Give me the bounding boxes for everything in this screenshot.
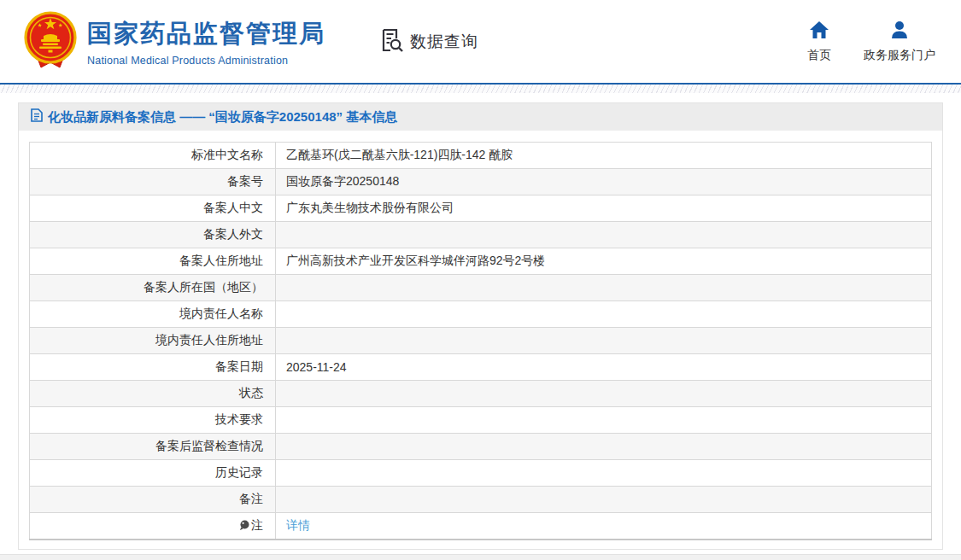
nav-portal-label: 政务服务门户 <box>864 48 935 63</box>
data-query-heading: 数据查询 <box>378 27 478 56</box>
row-value <box>276 301 932 328</box>
row-label: 备案人外文 <box>30 222 276 248</box>
row-label: 备案号 <box>30 169 276 195</box>
table-row: 备案人外文 <box>30 222 932 248</box>
row-label: 境内责任人名称 <box>30 301 276 328</box>
content-panel: 化妆品新原料备案信息 —— “国妆原备字20250148” 基本信息 标准中文名… <box>18 102 943 550</box>
info-table-body: 标准中文名称乙酰基环(戊二酰基六肽-121)四肽-142 酰胺备案号国妆原备字2… <box>30 143 932 540</box>
row-label: 备案人住所地址 <box>30 248 276 275</box>
row-label: 注 <box>30 513 276 540</box>
row-label: 备注 <box>30 487 276 513</box>
document-icon <box>31 108 43 125</box>
table-row: 备案人中文广东丸美生物技术股份有限公司 <box>30 195 932 222</box>
nav-portal[interactable]: 政务服务门户 <box>864 20 935 63</box>
page-header: 国家药品监督管理局 National Medical Products Admi… <box>0 0 961 83</box>
table-row: 备案人住所地址广州高新技术产业开发区科学城伴河路92号2号楼 <box>30 248 932 275</box>
agency-logo: 国家药品监督管理局 National Medical Products Admi… <box>24 11 325 73</box>
table-row: 备案人所在国（地区） <box>30 275 932 301</box>
table-row: 境内责任人住所地址 <box>30 328 932 354</box>
agency-name-en: National Medical Products Administration <box>87 55 325 67</box>
row-label: 备案人所在国（地区） <box>30 275 276 301</box>
user-icon <box>889 20 910 43</box>
row-label: 状态 <box>30 381 276 407</box>
row-value: 国妆原备字20250148 <box>276 169 932 195</box>
row-value <box>276 222 932 248</box>
footer-strip <box>0 554 961 560</box>
row-label: 标准中文名称 <box>30 143 276 169</box>
national-emblem-icon <box>24 11 77 73</box>
table-row: 技术要求 <box>30 407 932 434</box>
row-value: 乙酰基环(戊二酰基六肽-121)四肽-142 酰胺 <box>276 143 932 169</box>
row-value: 广州高新技术产业开发区科学城伴河路92号2号楼 <box>276 248 932 275</box>
table-row: 备案号国妆原备字20250148 <box>30 169 932 195</box>
details-link[interactable]: 详情 <box>286 518 310 532</box>
table-row: 备注 <box>30 487 932 513</box>
row-value <box>276 434 932 460</box>
row-value: 2025-11-24 <box>276 354 932 381</box>
table-row: 境内责任人名称 <box>30 301 932 328</box>
table-row: 备案后监督检查情况 <box>30 434 932 460</box>
row-label: 备案日期 <box>30 354 276 381</box>
document-search-icon <box>378 27 404 56</box>
table-row: 历史记录 <box>30 460 932 487</box>
row-value <box>276 460 932 487</box>
row-value <box>276 328 932 354</box>
hatched-band <box>0 85 961 93</box>
row-value <box>276 381 932 407</box>
row-label: 技术要求 <box>30 407 276 434</box>
row-label: 历史记录 <box>30 460 276 487</box>
row-value <box>276 275 932 301</box>
row-value <box>276 407 932 434</box>
agency-name-cn: 国家药品监督管理局 <box>87 17 325 51</box>
row-value: 详情 <box>276 513 932 540</box>
nav-home[interactable]: 首页 <box>807 20 831 63</box>
table-row: 标准中文名称乙酰基环(戊二酰基六肽-121)四肽-142 酰胺 <box>30 143 932 169</box>
info-table: 标准中文名称乙酰基环(戊二酰基六肽-121)四肽-142 酰胺备案号国妆原备字2… <box>29 142 932 540</box>
page-title: 化妆品新原料备案信息 —— “国妆原备字20250148” 基本信息 <box>48 109 397 125</box>
data-query-label: 数据查询 <box>410 31 478 53</box>
section-titlebar: 化妆品新原料备案信息 —— “国妆原备字20250148” 基本信息 <box>19 103 942 131</box>
tip-icon <box>239 520 249 534</box>
header-nav: 首页 政务服务门户 <box>807 20 935 63</box>
table-row: 注详情 <box>30 513 932 540</box>
row-label: 境内责任人住所地址 <box>30 328 276 354</box>
row-label: 备案人中文 <box>30 195 276 222</box>
nav-home-label: 首页 <box>807 48 831 63</box>
table-row: 备案日期2025-11-24 <box>30 354 932 381</box>
row-label: 备案后监督检查情况 <box>30 434 276 460</box>
table-row: 状态 <box>30 381 932 407</box>
row-value <box>276 487 932 513</box>
home-icon <box>809 20 829 43</box>
row-value: 广东丸美生物技术股份有限公司 <box>276 195 932 222</box>
